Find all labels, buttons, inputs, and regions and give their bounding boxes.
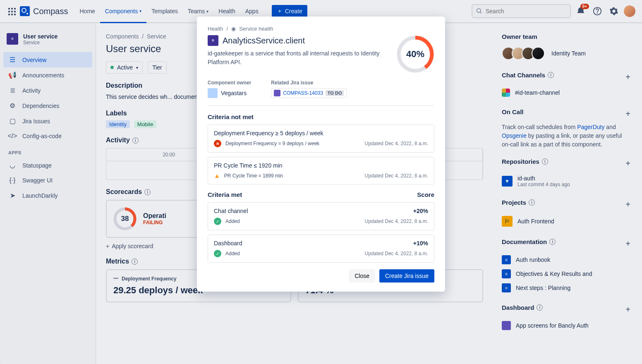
modal-description: id-gatekeeper is a service that fronts a… [208,49,388,67]
jira-status-badge: TO DO [326,90,344,96]
jira-label: Related Jira issue [271,80,347,86]
criterion-title: Dashboard [214,240,242,247]
modal-breadcrumb: Health/ ◉ Service health [208,26,434,32]
score-percent: 40% [396,35,434,73]
criterion-card: PR Cycle Time ≤ 1920 min ▲PR Cycle Time … [208,157,434,184]
crumb-service-health[interactable]: Service health [239,26,273,32]
criterion-card: Dashboard+10% ✓Added Updated Dec 4, 2022… [208,235,434,263]
criterion-score: +10% [413,240,428,250]
criterion-title: PR Cycle Time ≤ 1920 min [214,162,428,169]
check-circle-icon: ◉ [231,26,236,32]
service-health-modal: Health/ ◉ Service health ⚬ AnalyticsServ… [197,17,445,292]
owner-pill[interactable]: Vegastars [208,88,251,98]
criterion-card: Chat channel+20% ✓Added Updated Dec 4, 2… [208,202,434,230]
criterion-status: Added [225,251,240,256]
criterion-status: PR Cycle Time = 1899 min [224,173,283,179]
modal-title: AnalyticsService.client [223,36,305,46]
owner-label: Component owner [208,80,251,86]
crumb-health[interactable]: Health [208,26,223,32]
criterion-time: Updated Dec 4, 2022, 8 a.m. [365,173,428,179]
fail-icon: ✕ [214,140,221,147]
criterion-time: Updated Dec 4, 2022, 8 a.m. [365,251,428,256]
owner-avatar-icon [208,88,218,98]
criterion-time: Updated Dec 4, 2022, 8 a.m. [365,218,428,224]
create-jira-button[interactable]: Create Jira issue [379,269,434,283]
criterion-status: Deployment Frequency = 9 deploys / week [225,141,319,146]
criteria-met-header: Criteria met [208,191,242,198]
criterion-card: Deployment Frequency ≥ 5 deploys / week … [208,125,434,153]
jira-issue-pill[interactable]: COMPASS-14033TO DO [271,88,347,98]
criterion-title: Deployment Frequency ≥ 5 deploys / week [214,130,428,136]
close-button[interactable]: Close [349,269,375,283]
criterion-title: Chat channel [214,208,248,214]
criteria-not-met-header: Criteria not met [208,113,434,120]
score-ring: 40% [396,35,434,73]
warning-icon: ▲ [214,172,220,179]
success-icon: ✓ [214,218,221,225]
criterion-time: Updated Dec 4, 2022, 8 a.m. [365,141,428,146]
criterion-status: Added [225,218,240,224]
criterion-score: +20% [413,208,428,218]
score-header: Score [417,191,434,198]
modal-overlay: Health/ ◉ Service health ⚬ AnalyticsServ… [0,0,642,364]
component-icon: ⚬ [208,35,218,46]
success-icon: ✓ [214,250,221,257]
jira-improvement-icon [274,90,280,96]
